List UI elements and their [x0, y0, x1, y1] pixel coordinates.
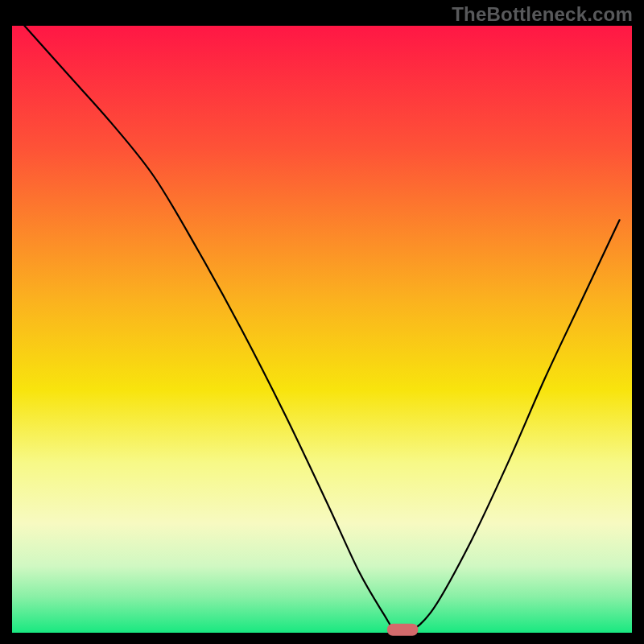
watermark-text: TheBottleneck.com: [452, 3, 633, 26]
optimal-marker: [387, 624, 418, 636]
bottleneck-chart: [0, 0, 644, 644]
chart-frame: { "watermark": "TheBottleneck.com", "cha…: [0, 0, 644, 644]
